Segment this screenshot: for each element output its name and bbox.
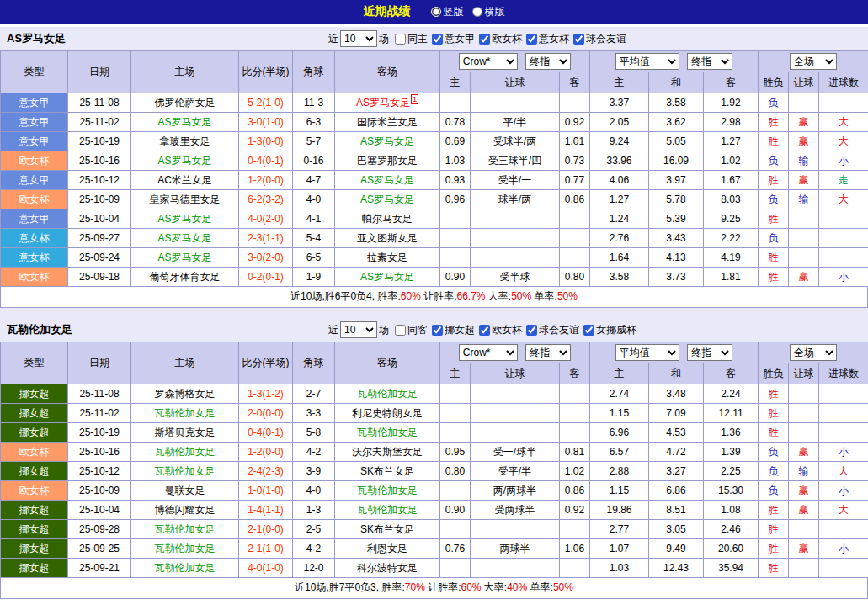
same-venue-checkbox[interactable] (395, 325, 406, 336)
result-cell: 胜 (759, 113, 789, 132)
handicap-home-odds-cell (440, 93, 471, 113)
asian-odds-time-select[interactable]: 终指 (525, 53, 571, 70)
bookmaker-select[interactable]: Crow* (459, 53, 518, 70)
match-count-select[interactable]: 10 (340, 321, 377, 338)
goals-result-cell (819, 520, 868, 539)
league-checkbox[interactable] (583, 325, 594, 336)
euro-odds-header: 平均值 终指 (590, 342, 759, 363)
euro-home-odds-cell: 1.03 (590, 559, 649, 578)
league-filter[interactable]: 球会友谊 (573, 32, 626, 46)
corners-cell: 4-2 (293, 443, 335, 462)
away-team-cell: SK布兰女足 (335, 520, 440, 539)
euro-odds-time-select[interactable]: 终指 (687, 53, 732, 70)
handicap-away-odds-cell: 0.86 (560, 190, 590, 209)
col-header-ah-result: 让球 (789, 72, 819, 93)
away-team-cell: SK布兰女足 (335, 462, 440, 481)
euro-home-odds-cell: 4.06 (590, 171, 649, 190)
league-checkbox[interactable] (432, 325, 443, 336)
same-venue-filter[interactable]: 同主 (395, 32, 428, 46)
league-checkbox[interactable] (526, 325, 537, 336)
handicap-away-odds-cell (560, 209, 590, 229)
col-header-result: 胜负 (759, 72, 789, 93)
score-cell: 1-3(1-2) (239, 384, 293, 404)
league-checkbox[interactable] (479, 325, 490, 336)
league-filter[interactable]: 女挪威杯 (583, 323, 636, 337)
euro-odds-time-select[interactable]: 终指 (687, 344, 732, 361)
euro-avg-select[interactable]: 平均值 (615, 53, 679, 70)
match-count-select[interactable]: 10 (340, 30, 377, 47)
handicap-away-odds-cell: 1.01 (560, 132, 590, 151)
corners-cell: 1-3 (293, 501, 335, 520)
league-filter[interactable]: 意女甲 (432, 32, 475, 46)
score-cell: 4-0(2-0) (239, 209, 293, 229)
same-venue-filter[interactable]: 同客 (395, 323, 428, 337)
euro-home-odds-cell: 2.77 (590, 520, 649, 539)
scope-select[interactable]: 全场 (790, 344, 837, 361)
euro-avg-select[interactable]: 平均值 (615, 344, 679, 361)
match-row: 欧女杯25-10-16瓦勒伦加女足1-2(0-0)4-2沃尔夫斯堡女足0.95受… (1, 443, 868, 462)
date-cell: 25-10-12 (68, 462, 131, 481)
league-checkbox[interactable] (479, 34, 490, 45)
handicap-result-cell (789, 559, 819, 578)
league-filter[interactable]: 欧女杯 (479, 32, 522, 46)
handicap-result-cell: 赢 (789, 539, 819, 559)
handicap-result-cell: 赢 (789, 481, 819, 501)
euro-draw-odds-cell: 9.49 (649, 539, 704, 559)
score-cell: 0-4(0-1) (239, 151, 293, 171)
away-team-cell: 利恩女足 (335, 539, 440, 559)
col-header-date: 日期 (68, 342, 131, 384)
euro-home-odds-cell: 2.88 (590, 462, 649, 481)
match-row: 挪女超25-09-25瓦勒伦加女足2-1(1-0)4-2利恩女足0.76两球半1… (1, 539, 868, 559)
handicap-result-cell (789, 384, 819, 404)
corners-cell: 4-1 (293, 209, 335, 229)
horizontal-radio[interactable] (472, 7, 482, 17)
league-checkbox[interactable] (432, 34, 443, 45)
league-filter[interactable]: 意女杯 (526, 32, 569, 46)
euro-away-odds-cell: 12.11 (704, 404, 759, 423)
euro-away-odds-cell: 2.46 (704, 520, 759, 539)
corners-cell: 3-3 (293, 404, 335, 423)
type-cell: 欧女杯 (1, 481, 68, 501)
bookmaker-select[interactable]: Crow* (459, 344, 518, 361)
date-cell: 25-09-18 (68, 268, 131, 287)
date-cell: 25-10-19 (68, 132, 131, 151)
layout-horizontal-option[interactable]: 横版 (472, 5, 505, 19)
col-header-away: 客场 (335, 51, 440, 93)
handicap-line-cell: 两/两球半 (471, 481, 560, 501)
corners-cell: 11-3 (293, 93, 335, 113)
league-filter[interactable]: 欧女杯 (479, 323, 522, 337)
handicap-away-odds-cell (560, 423, 590, 443)
match-row: 挪女超25-10-12瓦勒伦加女足2-4(2-3)3-9SK布兰女足0.80受平… (1, 462, 868, 481)
home-team-cell: 瓦勒伦加女足 (131, 539, 239, 559)
vertical-radio[interactable] (431, 7, 441, 17)
date-cell: 25-10-12 (68, 171, 131, 190)
league-checkbox[interactable] (573, 34, 584, 45)
match-row: 意女甲25-10-19拿玻里女足1-3(0-0)5-7AS罗马女足0.69受球半… (1, 132, 868, 151)
layout-vertical-option[interactable]: 竖版 (431, 5, 464, 19)
euro-draw-odds-cell: 3.73 (649, 268, 704, 287)
summary-text: 66.7% (456, 290, 485, 302)
league-checkbox[interactable] (526, 34, 537, 45)
handicap-line-cell (471, 229, 560, 248)
scope-select[interactable]: 全场 (790, 53, 837, 70)
away-team-cell: 拉素女足 (335, 248, 440, 268)
euro-home-odds-cell: 1.27 (590, 190, 649, 209)
away-team-cell: AS罗马女足 (335, 132, 440, 151)
asian-odds-time-select[interactable]: 终指 (525, 344, 571, 361)
col-header-type: 类型 (1, 342, 68, 384)
league-filter[interactable]: 挪女超 (432, 323, 475, 337)
handicap-result-cell: 赢 (789, 113, 819, 132)
same-venue-checkbox[interactable] (395, 34, 406, 45)
goals-result-cell (819, 384, 868, 404)
handicap-line-cell: 球半/两 (471, 190, 560, 209)
home-team-cell: 瓦勒伦加女足 (131, 404, 239, 423)
type-cell: 欧女杯 (1, 268, 68, 287)
score-cell: 1-4(1-1) (239, 501, 293, 520)
corners-cell: 3-9 (293, 462, 335, 481)
type-cell: 挪女超 (1, 404, 68, 423)
handicap-away-odds-cell: 1.06 (560, 539, 590, 559)
euro-away-odds-cell: 1.67 (704, 171, 759, 190)
date-cell: 25-11-02 (68, 404, 131, 423)
league-filter[interactable]: 球会友谊 (526, 323, 579, 337)
summary-text: 单率: (527, 581, 553, 593)
